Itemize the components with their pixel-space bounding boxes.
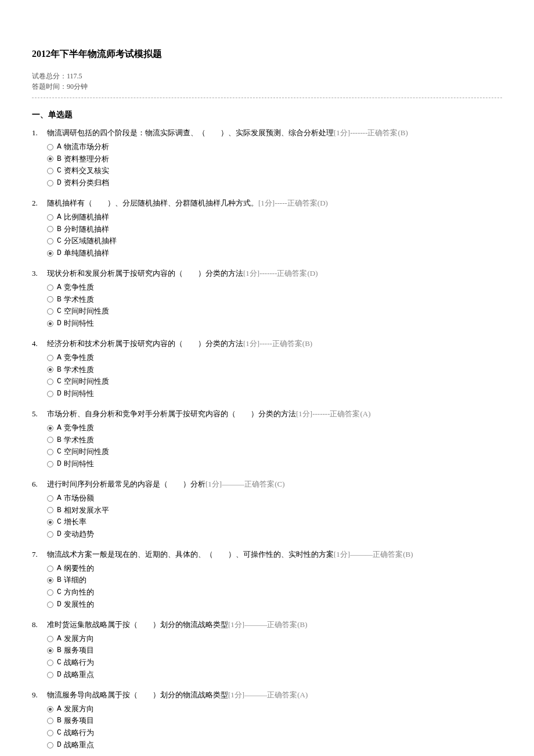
radio-icon[interactable] <box>47 589 53 596</box>
option[interactable]: B 资料整理分析 <box>47 153 502 165</box>
radio-icon[interactable] <box>47 285 53 291</box>
radio-icon[interactable] <box>47 507 53 513</box>
option[interactable]: B 学术性质 <box>47 294 502 306</box>
radio-icon[interactable] <box>47 144 53 150</box>
radio-icon[interactable] <box>47 519 53 525</box>
radio-icon[interactable] <box>47 531 53 538</box>
option[interactable]: A 发展方向 <box>47 633 502 645</box>
radio-icon[interactable] <box>47 647 53 654</box>
option-label: A <box>57 703 62 715</box>
option[interactable]: B 学术性质 <box>47 364 502 376</box>
radio-icon[interactable] <box>47 214 53 221</box>
option[interactable]: A 竞争性质 <box>47 422 502 434</box>
exam-title: 2012年下半年物流师考试模拟题 <box>32 46 502 62</box>
radio-icon[interactable] <box>47 566 53 572</box>
option[interactable]: B 相对发展水平 <box>47 505 502 517</box>
option[interactable]: D 时间特性 <box>47 388 502 400</box>
radio-icon[interactable] <box>47 250 53 257</box>
question-number: 9. <box>32 689 47 751</box>
radio-icon[interactable] <box>47 449 53 455</box>
radio-icon[interactable] <box>47 238 53 244</box>
radio-icon[interactable] <box>47 461 53 467</box>
option-label: D <box>57 528 62 541</box>
option-label: D <box>57 388 62 400</box>
question-text: 进行时间序列分析最常见的内容是（ ）分析[1分]———正确答案(C) <box>47 478 502 491</box>
radio-icon[interactable] <box>47 180 53 186</box>
option[interactable]: D 时间特性 <box>47 318 502 330</box>
option[interactable]: A 比例随机抽样 <box>47 211 502 224</box>
radio-icon[interactable] <box>47 706 53 712</box>
question-text: 市场分析、自身分析和竞争对手分析属于按研究内容的（ ）分类的方法[1分]----… <box>47 408 502 420</box>
option-text: 市场份额 <box>64 492 94 505</box>
option-text: 服务项目 <box>64 645 94 657</box>
radio-icon[interactable] <box>47 321 53 327</box>
radio-icon[interactable] <box>47 308 53 315</box>
option[interactable]: C 战略行为 <box>47 727 502 739</box>
option[interactable]: D 资料分类归档 <box>47 177 502 189</box>
option[interactable]: D 战略重点 <box>47 739 502 751</box>
option-label: D <box>57 669 62 681</box>
question-body: 物流服务导向战略属于按（ ）划分的物流战略类型[1分]———正确答案(A)A 发… <box>47 689 502 751</box>
radio-icon[interactable] <box>47 672 53 678</box>
option[interactable]: C 资料交叉核实 <box>47 165 502 177</box>
option[interactable]: A 物流市场分析 <box>47 141 502 153</box>
question-body: 物流战术方案一般是现在的、近期的、具体的、（ ）、可操作性的、实时性的方案[1分… <box>47 549 502 611</box>
radio-icon[interactable] <box>47 660 53 666</box>
option-label: B <box>57 574 62 586</box>
radio-icon[interactable] <box>47 495 53 502</box>
radio-icon[interactable] <box>47 379 53 385</box>
question-number: 1. <box>32 127 47 189</box>
option[interactable]: C 空间时间性质 <box>47 305 502 318</box>
option[interactable]: A 市场份额 <box>47 492 502 505</box>
option-text: 战略重点 <box>64 669 94 681</box>
option[interactable]: D 时间特性 <box>47 458 502 470</box>
radio-icon[interactable] <box>47 366 53 373</box>
option[interactable]: C 增长率 <box>47 516 502 528</box>
option-text: 战略重点 <box>64 739 94 751</box>
question-number: 5. <box>32 408 47 470</box>
option[interactable]: C 分区域随机抽样 <box>47 235 502 247</box>
radio-icon[interactable] <box>47 425 53 431</box>
option-text: 战略行为 <box>64 657 94 669</box>
option[interactable]: C 战略行为 <box>47 657 502 669</box>
option[interactable]: A 竞争性质 <box>47 352 502 364</box>
radio-icon[interactable] <box>47 718 53 724</box>
radio-icon[interactable] <box>47 296 53 303</box>
option[interactable]: A 纲要性的 <box>47 563 502 575</box>
option[interactable]: B 分时随机抽样 <box>47 224 502 236</box>
radio-icon[interactable] <box>47 742 53 748</box>
option[interactable]: A 竞争性质 <box>47 282 502 294</box>
option-label: B <box>57 505 62 517</box>
question-stem: 进行时间序列分析最常见的内容是（ ）分析 <box>47 480 205 488</box>
question-body: 物流调研包括的四个阶段是：物流实际调查、（ ）、实际发展预测、综合分析处理[1分… <box>47 127 502 189</box>
radio-icon[interactable] <box>47 391 53 397</box>
correct-answer: 正确答案(B) <box>367 128 407 137</box>
option[interactable]: A 发展方向 <box>47 703 502 715</box>
question-body: 进行时间序列分析最常见的内容是（ ）分析[1分]———正确答案(C)A 市场份额… <box>47 478 502 541</box>
option[interactable]: D 单纯随机抽样 <box>47 247 502 260</box>
divider <box>32 98 502 98</box>
radio-icon[interactable] <box>47 577 53 584</box>
question-score: [1分] <box>228 620 244 629</box>
option[interactable]: D 变动趋势 <box>47 528 502 541</box>
radio-icon[interactable] <box>47 355 53 361</box>
question-score: [1分] <box>205 480 222 488</box>
option[interactable]: B 服务项目 <box>47 645 502 657</box>
radio-icon[interactable] <box>47 168 53 174</box>
option-text: 时间特性 <box>64 458 94 470</box>
radio-icon[interactable] <box>47 730 53 736</box>
radio-icon[interactable] <box>47 226 53 232</box>
option[interactable]: D 发展性的 <box>47 599 502 611</box>
radio-icon[interactable] <box>47 602 53 608</box>
option[interactable]: C 空间时间性质 <box>47 376 502 388</box>
option[interactable]: B 学术性质 <box>47 434 502 447</box>
radio-icon[interactable] <box>47 156 53 162</box>
radio-icon[interactable] <box>47 437 53 443</box>
option[interactable]: B 详细的 <box>47 574 502 586</box>
option[interactable]: D 战略重点 <box>47 669 502 681</box>
radio-icon[interactable] <box>47 636 53 642</box>
option[interactable]: C 空间时间性质 <box>47 446 502 458</box>
question-stem: 现状分析和发展分析属于按研究内容的（ ）分类的方法 <box>47 269 243 278</box>
option[interactable]: C 方向性的 <box>47 586 502 599</box>
option[interactable]: B 服务项目 <box>47 715 502 727</box>
